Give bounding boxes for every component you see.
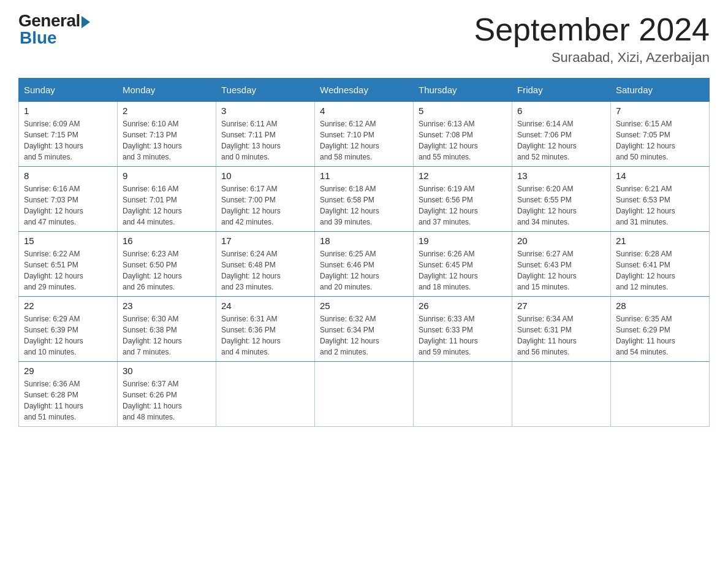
calendar-cell: 18 Sunrise: 6:25 AM Sunset: 6:46 PM Dayl… [315,232,414,297]
page-header: General Blue September 2024 Suraabad, Xi… [18,12,710,66]
calendar-cell: 19 Sunrise: 6:26 AM Sunset: 6:45 PM Dayl… [414,232,512,297]
calendar-cell: 21 Sunrise: 6:28 AM Sunset: 6:41 PM Dayl… [611,232,710,297]
location-text: Suraabad, Xizi, Azerbaijan [474,50,710,66]
calendar-cell: 4 Sunrise: 6:12 AM Sunset: 7:10 PM Dayli… [315,102,414,167]
day-number: 12 [419,170,507,181]
day-info: Sunrise: 6:10 AM Sunset: 7:13 PM Dayligh… [123,118,211,163]
day-number: 24 [221,301,309,311]
day-number: 22 [24,301,112,311]
calendar-cell: 7 Sunrise: 6:15 AM Sunset: 7:05 PM Dayli… [611,102,710,167]
day-number: 11 [320,170,408,181]
day-number: 15 [24,236,112,246]
day-number: 9 [123,170,211,181]
day-info: Sunrise: 6:16 AM Sunset: 7:01 PM Dayligh… [123,183,211,228]
day-number: 8 [24,170,112,181]
day-number: 4 [320,105,408,116]
day-info: Sunrise: 6:23 AM Sunset: 6:50 PM Dayligh… [123,248,211,293]
col-header-monday: Monday [118,79,216,102]
calendar-cell: 10 Sunrise: 6:17 AM Sunset: 7:00 PM Dayl… [216,167,315,232]
day-number: 2 [123,105,211,116]
calendar-cell [414,362,512,427]
day-number: 3 [221,105,309,116]
day-info: Sunrise: 6:36 AM Sunset: 6:28 PM Dayligh… [24,378,112,423]
day-info: Sunrise: 6:12 AM Sunset: 7:10 PM Dayligh… [320,118,408,163]
day-info: Sunrise: 6:13 AM Sunset: 7:08 PM Dayligh… [419,118,507,163]
col-header-sunday: Sunday [19,79,118,102]
day-info: Sunrise: 6:37 AM Sunset: 6:26 PM Dayligh… [123,378,211,423]
day-info: Sunrise: 6:16 AM Sunset: 7:03 PM Dayligh… [24,183,112,228]
day-info: Sunrise: 6:30 AM Sunset: 6:38 PM Dayligh… [123,313,211,358]
day-number: 1 [24,105,112,116]
day-number: 14 [616,170,704,181]
day-number: 20 [517,236,605,246]
calendar-week-row: 22 Sunrise: 6:29 AM Sunset: 6:39 PM Dayl… [19,297,710,362]
day-info: Sunrise: 6:18 AM Sunset: 6:58 PM Dayligh… [320,183,408,228]
day-number: 28 [616,301,704,311]
day-number: 17 [221,236,309,246]
title-block: September 2024 Suraabad, Xizi, Azerbaija… [474,12,710,66]
calendar-cell: 28 Sunrise: 6:35 AM Sunset: 6:29 PM Dayl… [611,297,710,362]
day-number: 25 [320,301,408,311]
calendar-cell: 5 Sunrise: 6:13 AM Sunset: 7:08 PM Dayli… [414,102,512,167]
col-header-friday: Friday [512,79,611,102]
day-number: 16 [123,236,211,246]
day-number: 23 [123,301,211,311]
month-title: September 2024 [474,12,710,47]
day-info: Sunrise: 6:14 AM Sunset: 7:06 PM Dayligh… [517,118,605,163]
day-info: Sunrise: 6:20 AM Sunset: 6:55 PM Dayligh… [517,183,605,228]
logo-arrow-icon [82,16,90,28]
day-number: 26 [419,301,507,311]
day-info: Sunrise: 6:26 AM Sunset: 6:45 PM Dayligh… [419,248,507,293]
day-number: 6 [517,105,605,116]
calendar-cell [512,362,611,427]
calendar-week-row: 8 Sunrise: 6:16 AM Sunset: 7:03 PM Dayli… [19,167,710,232]
day-info: Sunrise: 6:33 AM Sunset: 6:33 PM Dayligh… [419,313,507,358]
calendar-cell: 22 Sunrise: 6:29 AM Sunset: 6:39 PM Dayl… [19,297,118,362]
calendar-week-row: 15 Sunrise: 6:22 AM Sunset: 6:51 PM Dayl… [19,232,710,297]
calendar-cell [611,362,710,427]
calendar-header-row: SundayMondayTuesdayWednesdayThursdayFrid… [19,79,710,102]
calendar-cell: 8 Sunrise: 6:16 AM Sunset: 7:03 PM Dayli… [19,167,118,232]
col-header-wednesday: Wednesday [315,79,414,102]
col-header-tuesday: Tuesday [216,79,315,102]
calendar-cell [315,362,414,427]
logo-blue-text: Blue [20,29,57,47]
calendar-cell: 3 Sunrise: 6:11 AM Sunset: 7:11 PM Dayli… [216,102,315,167]
day-number: 13 [517,170,605,181]
day-info: Sunrise: 6:19 AM Sunset: 6:56 PM Dayligh… [419,183,507,228]
day-info: Sunrise: 6:17 AM Sunset: 7:00 PM Dayligh… [221,183,309,228]
logo: General Blue [18,12,90,47]
day-info: Sunrise: 6:27 AM Sunset: 6:43 PM Dayligh… [517,248,605,293]
day-info: Sunrise: 6:09 AM Sunset: 7:15 PM Dayligh… [24,118,112,163]
day-number: 30 [123,366,211,376]
day-number: 21 [616,236,704,246]
calendar-cell: 11 Sunrise: 6:18 AM Sunset: 6:58 PM Dayl… [315,167,414,232]
calendar-cell: 26 Sunrise: 6:33 AM Sunset: 6:33 PM Dayl… [414,297,512,362]
calendar-cell: 29 Sunrise: 6:36 AM Sunset: 6:28 PM Dayl… [19,362,118,427]
calendar-week-row: 29 Sunrise: 6:36 AM Sunset: 6:28 PM Dayl… [19,362,710,427]
day-info: Sunrise: 6:32 AM Sunset: 6:34 PM Dayligh… [320,313,408,358]
day-info: Sunrise: 6:35 AM Sunset: 6:29 PM Dayligh… [616,313,704,358]
calendar-cell: 15 Sunrise: 6:22 AM Sunset: 6:51 PM Dayl… [19,232,118,297]
col-header-thursday: Thursday [414,79,512,102]
calendar-cell: 12 Sunrise: 6:19 AM Sunset: 6:56 PM Dayl… [414,167,512,232]
calendar-cell: 24 Sunrise: 6:31 AM Sunset: 6:36 PM Dayl… [216,297,315,362]
day-info: Sunrise: 6:28 AM Sunset: 6:41 PM Dayligh… [616,248,704,293]
day-info: Sunrise: 6:11 AM Sunset: 7:11 PM Dayligh… [221,118,309,163]
day-number: 19 [419,236,507,246]
day-info: Sunrise: 6:22 AM Sunset: 6:51 PM Dayligh… [24,248,112,293]
calendar-table: SundayMondayTuesdayWednesdayThursdayFrid… [18,78,710,427]
calendar-cell: 14 Sunrise: 6:21 AM Sunset: 6:53 PM Dayl… [611,167,710,232]
calendar-cell: 23 Sunrise: 6:30 AM Sunset: 6:38 PM Dayl… [118,297,216,362]
day-number: 29 [24,366,112,376]
calendar-cell: 16 Sunrise: 6:23 AM Sunset: 6:50 PM Dayl… [118,232,216,297]
calendar-cell: 2 Sunrise: 6:10 AM Sunset: 7:13 PM Dayli… [118,102,216,167]
logo-general-text: General [18,12,80,29]
day-number: 7 [616,105,704,116]
day-info: Sunrise: 6:24 AM Sunset: 6:48 PM Dayligh… [221,248,309,293]
day-number: 10 [221,170,309,181]
day-info: Sunrise: 6:15 AM Sunset: 7:05 PM Dayligh… [616,118,704,163]
calendar-cell: 30 Sunrise: 6:37 AM Sunset: 6:26 PM Dayl… [118,362,216,427]
day-info: Sunrise: 6:25 AM Sunset: 6:46 PM Dayligh… [320,248,408,293]
calendar-cell: 17 Sunrise: 6:24 AM Sunset: 6:48 PM Dayl… [216,232,315,297]
